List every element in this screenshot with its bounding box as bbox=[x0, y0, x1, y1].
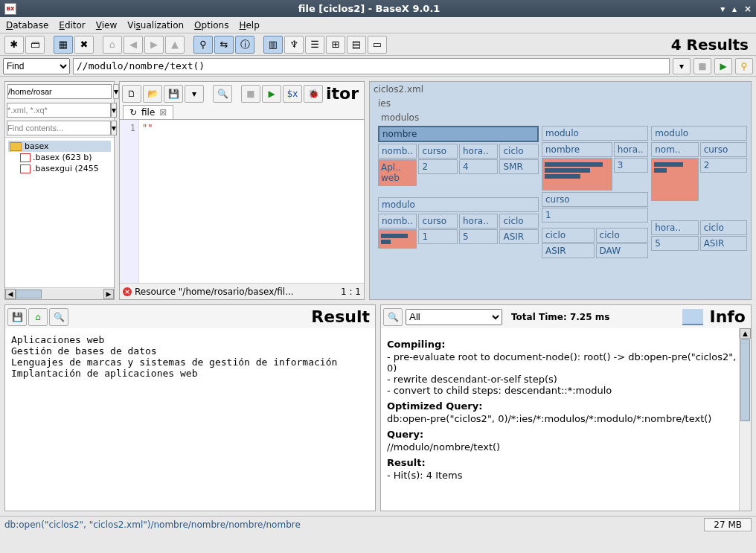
rt-filter-icon[interactable]: ⚲ bbox=[193, 36, 213, 54]
map-value[interactable]: SMR bbox=[499, 159, 538, 174]
open-db-icon[interactable]: 🗃 bbox=[25, 36, 45, 54]
menu-options[interactable]: Options bbox=[194, 20, 228, 31]
code-editor[interactable]: 1 "" bbox=[120, 120, 364, 283]
info-search-icon[interactable]: 🔍 bbox=[383, 308, 403, 326]
open-file-icon[interactable]: 📂 bbox=[143, 85, 162, 103]
map-node[interactable]: hora.. bbox=[459, 144, 498, 159]
result-home-icon[interactable]: ⌂ bbox=[28, 308, 48, 326]
save-history-icon[interactable]: ▾ bbox=[185, 85, 204, 103]
map-value[interactable]: ASIR bbox=[499, 229, 538, 244]
map-node[interactable]: nomb.. bbox=[378, 214, 417, 228]
map-root[interactable]: ciclos2.xml bbox=[371, 83, 750, 96]
map-node[interactable]: ciclo bbox=[596, 228, 649, 243]
map-node[interactable]: curso bbox=[542, 192, 648, 207]
map-value[interactable]: 1 bbox=[418, 229, 457, 244]
map-value[interactable]: 5 bbox=[459, 229, 498, 244]
result-body[interactable]: Aplicaciones web Gestión de bases de dat… bbox=[5, 328, 375, 511]
stop-icon[interactable]: ■ bbox=[241, 85, 260, 103]
tree-folder[interactable]: basex bbox=[8, 141, 111, 152]
map-node[interactable]: modulo bbox=[378, 197, 539, 212]
save-file-icon[interactable]: 💾 bbox=[164, 85, 183, 103]
map-value[interactable]: 2 bbox=[418, 159, 457, 174]
map-node[interactable]: curso bbox=[418, 214, 457, 228]
new-file-icon[interactable]: 🗋 bbox=[122, 85, 141, 103]
status-memory[interactable]: 27 MB bbox=[704, 518, 752, 531]
tab-close-icon[interactable]: ⊠ bbox=[159, 107, 167, 118]
back-icon[interactable]: ◀ bbox=[124, 36, 143, 54]
home-icon[interactable]: ⌂ bbox=[103, 36, 122, 54]
find-contents-input[interactable] bbox=[7, 121, 111, 135]
map-value[interactable]: ASIR bbox=[700, 236, 747, 251]
map-node[interactable]: hora.. bbox=[651, 220, 698, 235]
map-node[interactable]: curso bbox=[700, 142, 747, 157]
view-plot-icon[interactable]: ⊞ bbox=[326, 36, 345, 54]
debug-icon[interactable]: 🐞 bbox=[304, 85, 323, 103]
menu-editor[interactable]: Editor bbox=[59, 20, 86, 31]
query-run-icon[interactable]: ▶ bbox=[714, 58, 732, 74]
query-stop-icon[interactable]: ■ bbox=[693, 58, 711, 74]
result-search-icon[interactable]: 🔍 bbox=[49, 308, 68, 326]
map-node[interactable]: curso bbox=[418, 144, 457, 159]
view-map-icon[interactable]: ▥ bbox=[263, 36, 283, 54]
menu-help[interactable]: Help bbox=[239, 20, 259, 31]
map-node[interactable]: nombre bbox=[542, 142, 612, 157]
search-icon[interactable]: 🔍 bbox=[213, 85, 232, 103]
map-node[interactable]: ies bbox=[375, 97, 750, 110]
tree-file[interactable]: .basex (623 b) bbox=[8, 152, 111, 163]
menu-visualization[interactable]: Visualization bbox=[127, 20, 184, 31]
query-history-icon[interactable]: ▾ bbox=[673, 58, 691, 74]
result-save-icon[interactable]: 💾 bbox=[7, 308, 27, 326]
query-input[interactable] bbox=[73, 58, 670, 74]
map-value[interactable]: 4 bbox=[459, 159, 498, 174]
view-folder-icon[interactable]: ☰ bbox=[305, 36, 324, 54]
path-dropdown-icon[interactable]: ▾ bbox=[113, 84, 119, 99]
map-value[interactable]: DAW bbox=[596, 243, 649, 258]
map-value[interactable]: ASIR bbox=[542, 243, 595, 258]
map-selected-node[interactable]: nombre bbox=[378, 126, 539, 142]
find-dropdown[interactable]: ▾ bbox=[111, 121, 117, 135]
info-body[interactable]: Compiling: - pre-evaluate root to docume… bbox=[381, 328, 751, 511]
map-node[interactable]: hora.. bbox=[614, 142, 648, 157]
menu-database[interactable]: DDatabaseatabase bbox=[6, 20, 48, 31]
run-icon[interactable]: ▶ bbox=[262, 85, 281, 103]
project-tree[interactable]: basex .basex (623 b) .basexgui (2455 bbox=[5, 137, 114, 287]
editor-code[interactable]: "" bbox=[139, 120, 364, 283]
vars-icon[interactable]: $x bbox=[283, 85, 302, 103]
map-node[interactable]: ciclo bbox=[499, 144, 538, 159]
map-value[interactable]: 1 bbox=[542, 208, 648, 223]
view-explorer-icon[interactable]: ▭ bbox=[368, 36, 387, 54]
project-hscroll[interactable]: ◀▶ bbox=[5, 287, 114, 299]
map-node[interactable]: ciclo bbox=[700, 220, 747, 235]
map-value[interactable]: 3 bbox=[614, 158, 648, 173]
rt-exec-icon[interactable]: ⇆ bbox=[214, 36, 234, 54]
info-filter-select[interactable]: All bbox=[406, 309, 502, 325]
map-node[interactable]: ciclo bbox=[499, 214, 538, 228]
view-tree-icon[interactable]: ♆ bbox=[284, 36, 304, 54]
map-view[interactable]: ciclos2.xml ies modulos nombre nomb.. Ap… bbox=[370, 82, 751, 299]
ext-filter-dropdown[interactable]: ▾ bbox=[111, 103, 117, 118]
map-value[interactable] bbox=[542, 158, 612, 191]
path-input[interactable] bbox=[7, 84, 112, 99]
view-table-icon[interactable]: ▤ bbox=[347, 36, 366, 54]
map-node[interactable]: modulos bbox=[375, 111, 750, 124]
delete-icon[interactable]: ✖ bbox=[74, 36, 94, 54]
map-node[interactable]: nomb.. bbox=[378, 144, 417, 159]
map-node[interactable]: modulo bbox=[651, 126, 747, 141]
map-value[interactable] bbox=[378, 229, 417, 249]
map-value[interactable]: Apl.. web bbox=[378, 159, 417, 186]
map-node[interactable]: ciclo bbox=[542, 228, 595, 243]
grid-icon[interactable]: ▦ bbox=[54, 36, 73, 54]
new-db-icon[interactable]: ✱ bbox=[4, 36, 24, 54]
query-filter-icon[interactable]: ⚲ bbox=[735, 58, 753, 74]
info-vscroll[interactable]: ▲ bbox=[739, 328, 751, 511]
tree-file[interactable]: .basexgui (2455 bbox=[8, 163, 111, 174]
up-icon[interactable]: ▲ bbox=[165, 36, 185, 54]
map-node[interactable]: modulo bbox=[542, 126, 648, 141]
query-mode-select[interactable]: Find bbox=[3, 58, 70, 74]
ext-filter-input[interactable] bbox=[7, 103, 111, 118]
map-node[interactable]: nom.. bbox=[651, 142, 698, 157]
minimize-button[interactable]: ▾ bbox=[720, 4, 725, 14]
map-value[interactable]: 5 bbox=[651, 236, 698, 251]
info-icon[interactable]: ⓘ bbox=[235, 36, 254, 54]
maximize-button[interactable]: ▴ bbox=[732, 4, 737, 14]
